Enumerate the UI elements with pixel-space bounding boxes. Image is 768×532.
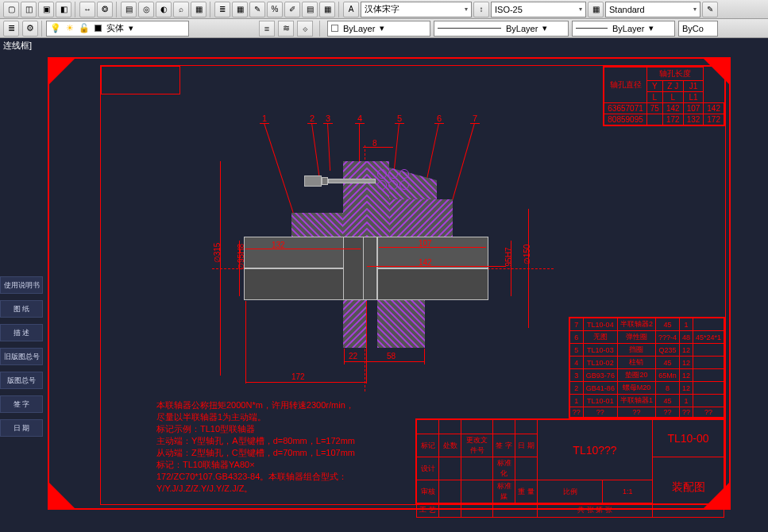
assembly-drawing: 1 2 3 4 5 6 7 8 (196, 114, 617, 399)
tool-btn[interactable]: ▦ (319, 2, 335, 17)
tool-btn[interactable]: ▣ (38, 2, 54, 17)
font-dropdown[interactable]: 汉体宋字 ▾ (361, 2, 472, 17)
part-shaft-right-bot (377, 268, 488, 300)
cell: 107 (683, 103, 704, 114)
dim-line (511, 241, 511, 296)
gear-icon[interactable]: ⚙ (22, 21, 38, 37)
layer-prev-icon[interactable]: ≋ (278, 21, 294, 37)
line-swatch (438, 28, 501, 29)
cell: 172 (662, 114, 683, 125)
pin (328, 179, 376, 183)
sun-icon: ☀ (66, 23, 74, 33)
leader-7: 7 (470, 114, 480, 124)
tool-btn[interactable]: ▦ (191, 2, 206, 17)
cell: L1 (683, 92, 704, 103)
dimstyle-dropdown[interactable]: ISO-25 ▾ (491, 2, 586, 17)
tool-btn[interactable]: ✐ (284, 2, 300, 17)
left-tab[interactable]: 签 字 (0, 395, 43, 413)
plot-bylayer-dropdown[interactable]: ByCo (678, 21, 718, 37)
lbl: 审核 (417, 480, 439, 503)
tool-btn[interactable]: ✎ (249, 2, 265, 17)
corner-mark (48, 481, 76, 510)
cell (439, 420, 461, 434)
cell: 柱销 (617, 357, 655, 369)
command-echo: 连线框] (3, 40, 32, 52)
lbl: 工 艺 (417, 503, 439, 518)
left-tab[interactable]: 图 纸 (0, 300, 43, 318)
tool-btn[interactable]: ▢ (3, 2, 19, 17)
part-shaft-right (377, 237, 488, 268)
left-tabs: 使用说明书 图 纸 描 述 旧版图总号 版图总号 签 字 日 期 (0, 276, 43, 437)
ltype-bylayer-dropdown[interactable]: ByLayer ▾ (434, 21, 569, 37)
left-tab[interactable]: 旧版图总号 (0, 348, 43, 365)
left-tab[interactable]: 描 述 (0, 324, 43, 341)
left-tab[interactable]: 日 期 (0, 419, 43, 437)
cell: 65Mn (655, 369, 679, 382)
cell: 弹性圈 (617, 331, 655, 344)
layer-u-icon[interactable]: ⟐ (297, 21, 313, 37)
part-right-top2 (389, 199, 453, 237)
cell: 2 (569, 382, 583, 395)
bore-table: 轴孔直径 轴孔长度 Y Z J J1 L L L1 63657071 (603, 66, 725, 126)
cell (493, 420, 515, 434)
lbl: 处数 (439, 434, 461, 457)
elastic-ring (388, 180, 398, 190)
layer-dropdown[interactable]: 💡 ☀ 🔓 实体 ▾ (46, 21, 189, 37)
cell (439, 503, 461, 518)
note-line: 本联轴器公称扭矩2000N*m，许用转速2300r/min， (156, 399, 355, 411)
tool-btn[interactable]: ✎ (702, 2, 718, 17)
dim-line (367, 266, 506, 267)
tool-btn[interactable]: ▤ (302, 2, 318, 17)
layer-icon[interactable]: ≣ (3, 21, 19, 37)
dim-95h7: 95H7 (504, 248, 513, 267)
dim-d95h8: ∅95H8 (237, 244, 245, 270)
leader-4: 4 (355, 114, 365, 124)
tool-btn[interactable]: ↔ (79, 2, 95, 17)
table-style-btn[interactable]: ▦ (588, 2, 604, 17)
bore-header2: 轴孔长度 (646, 67, 704, 81)
leader-line (327, 123, 330, 171)
cell: 1 (679, 318, 693, 331)
dim-line (239, 241, 240, 296)
cad-canvas[interactable]: 连线框] 使用说明书 图 纸 描 述 旧版图总号 版图总号 签 字 日 期 轴孔… (0, 38, 768, 532)
dim-line (245, 249, 361, 249)
tool-btn[interactable]: ◧ (56, 2, 71, 17)
tool-btn[interactable]: ◐ (156, 2, 172, 17)
leader-line (359, 123, 360, 167)
tool-btn[interactable]: ≣ (214, 2, 230, 17)
lweight-bylayer-dropdown[interactable]: ByLayer ▾ (572, 21, 675, 37)
title-block: TL10??? TL10-00 标记 处数 更改文件号 签 字 日 期 设计 (415, 418, 725, 504)
cell: ?? (583, 407, 617, 418)
tool-btn[interactable]: ◫ (21, 2, 37, 17)
color-bylayer-dropdown[interactable]: ByLayer ▾ (327, 21, 430, 37)
tool-btn[interactable]: ❂ (97, 2, 113, 17)
left-tab[interactable]: 使用说明书 (0, 276, 43, 294)
cell: 螺母M20 (617, 382, 655, 395)
note-line: 从动端：Z型轴孔，C型键槽，d=70mm，L=107mm (156, 447, 355, 459)
inner-frame: 轴孔直径 轴孔长度 Y Z J J1 L L L1 63657071 (100, 65, 726, 505)
elastic-ring (388, 169, 398, 179)
layer-mgr-icon[interactable]: ≡ (259, 21, 275, 37)
tool-btn[interactable]: ◎ (138, 2, 154, 17)
cell: 63657071 (604, 103, 647, 114)
tool-btn[interactable]: % (267, 2, 283, 17)
dim-line (363, 147, 393, 148)
dim-22: 22 (349, 352, 357, 360)
ext-line (366, 301, 367, 384)
cell: Y (646, 81, 662, 92)
tool-btn[interactable]: ⌕ (173, 2, 189, 17)
leader-line (426, 123, 439, 182)
text-style-btn[interactable]: A (343, 2, 359, 17)
tablestyle-dropdown[interactable]: Standard ▾ (605, 2, 700, 17)
drawing-notes: 本联轴器公称扭矩2000N*m，许用转速2300r/min， 尽量以半联轴器1为… (156, 399, 355, 495)
cell: 8 (655, 382, 679, 395)
tool-btn[interactable]: ▦ (232, 2, 248, 17)
elastic-ring (377, 180, 387, 190)
lbl: 设计 (417, 457, 439, 480)
drawing-number: TL10-00 (653, 420, 724, 457)
tool-btn[interactable]: ▤ (121, 2, 137, 17)
lbl: 签 字 (493, 434, 515, 457)
left-tab[interactable]: 版图总号 (0, 372, 43, 389)
dim-btn[interactable]: ↕ (473, 2, 489, 17)
leader-1: 1 (260, 114, 269, 124)
